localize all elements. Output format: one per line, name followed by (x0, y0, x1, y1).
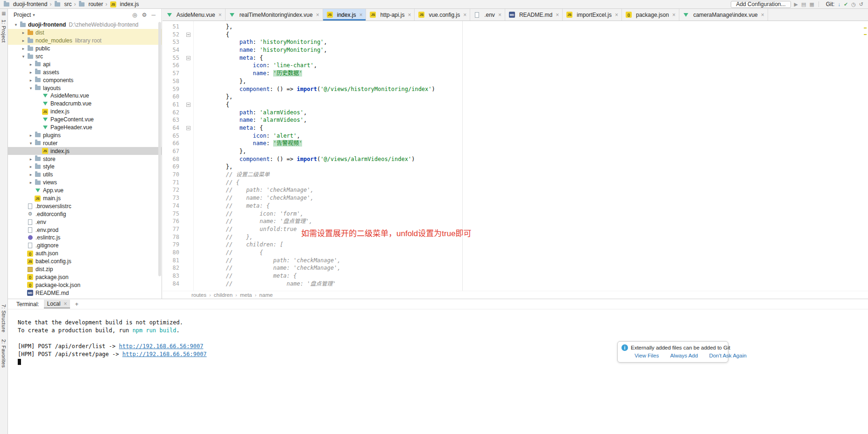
code-line[interactable]: 74 // meta: { (162, 202, 868, 210)
tree-item[interactable]: PageHeader.vue (8, 124, 162, 132)
tree-item[interactable]: .eslintrc.js (8, 234, 162, 242)
editor-tab[interactable]: .env× (470, 9, 505, 21)
tree-item[interactable]: ▸utils (8, 171, 162, 179)
chevron-right-icon[interactable]: ▸ (28, 180, 34, 185)
code-line[interactable]: 65 icon: 'alert', (162, 132, 868, 140)
tree-item[interactable]: .browserslistrc (8, 202, 162, 210)
tree-item[interactable]: dist.zip (8, 266, 162, 273)
tree-item[interactable]: ▾src (8, 53, 162, 61)
code-line[interactable]: 78 // }, (162, 233, 868, 241)
terminal-link[interactable]: http://192.168.66.56:9007 (122, 351, 207, 357)
tool-button-project[interactable]: 1: Project (1, 20, 7, 42)
code-line[interactable]: 61 { (162, 101, 868, 109)
close-icon[interactable]: × (615, 12, 618, 18)
project-view-selector[interactable]: Project (14, 12, 31, 18)
tree-item[interactable]: JSindex.js (8, 147, 162, 155)
code-line[interactable]: 82 // name: 'checkManage', (162, 264, 868, 272)
editor-tab[interactable]: MDREADME.md× (505, 9, 563, 21)
chevron-right-icon[interactable]: ▸ (28, 133, 34, 138)
chevron-right-icon[interactable]: ▸ (20, 38, 27, 43)
code-line[interactable]: 56 icon: 'line-chart', (162, 62, 868, 70)
tree-item[interactable]: .gitignore (8, 242, 162, 250)
close-icon[interactable]: × (219, 12, 222, 18)
chevron-right-icon[interactable]: ▸ (28, 164, 34, 169)
editor-tab[interactable]: {}package.json× (622, 9, 679, 21)
tree-item[interactable]: AsideMenu.vue (8, 92, 162, 100)
run-icon[interactable]: ▶ (794, 1, 798, 8)
breadcrumb-item[interactable]: src (54, 1, 71, 7)
update-project-icon[interactable]: ↓ (838, 1, 840, 8)
breadcrumb-item[interactable]: duoji-frontend (3, 1, 47, 7)
code-line[interactable]: 67 }, (162, 147, 868, 155)
code-line[interactable]: 64 meta: { (162, 124, 868, 132)
code-line[interactable]: 71 // { (162, 179, 868, 187)
chevron-right-icon[interactable]: ▸ (20, 30, 27, 35)
tree-item[interactable]: JSbabel.config.js (8, 258, 162, 266)
editor-tab[interactable]: cameraManage\index.vue× (679, 9, 768, 21)
tree-item[interactable]: PageContent.vue (8, 116, 162, 124)
tree-item[interactable]: MDREADME.md (8, 289, 162, 297)
tree-item[interactable]: {}package-lock.json (8, 281, 162, 289)
tree-item[interactable]: JSindex.js (8, 108, 162, 116)
code-line[interactable]: 60 }, (162, 93, 868, 101)
breadcrumb-item[interactable]: children (214, 292, 233, 298)
editor-tab[interactable]: JSvue.config.js× (415, 9, 470, 21)
tree-item[interactable]: .env.prod (8, 226, 162, 234)
close-icon[interactable]: × (498, 12, 501, 18)
breadcrumb-item[interactable]: routes (191, 292, 206, 298)
chevron-down-icon[interactable]: ▾ (28, 141, 34, 146)
code-line[interactable]: 76 // name: '盘点管理', (162, 217, 868, 225)
close-icon[interactable]: × (761, 12, 764, 18)
tool-window-switcher-icon[interactable]: ▦ (1, 11, 6, 16)
code-line[interactable]: 62 path: 'alarmVideos', (162, 109, 868, 117)
tree-item[interactable]: ▸style (8, 163, 162, 171)
fold-icon[interactable] (186, 56, 191, 60)
tree-item[interactable]: ▸node_moduleslibrary root (8, 37, 162, 45)
terminal-link[interactable]: http://192.168.66.56:9007 (119, 343, 204, 350)
show-history-icon[interactable]: ◷ (851, 1, 856, 8)
editor-tab[interactable]: JSimportExcel.js× (563, 9, 622, 21)
fold-icon[interactable] (186, 33, 191, 37)
code-line[interactable]: 53 path: 'historyMonitoring', (162, 38, 868, 46)
notification-action[interactable]: Always Add (670, 353, 698, 358)
code-editor[interactable]: 51 },52 {53 path: 'historyMonitoring',54… (162, 21, 868, 291)
close-icon[interactable]: × (672, 12, 676, 18)
tree-item[interactable]: ▾layouts (8, 84, 162, 92)
tree-item[interactable]: {}auth.json (8, 250, 162, 258)
tree-item[interactable]: ▸views (8, 179, 162, 187)
chevron-down-icon[interactable]: ▾ (13, 22, 19, 27)
editor-tab[interactable]: AsideMenu.vue× (162, 9, 226, 21)
add-terminal-icon[interactable]: + (75, 301, 78, 308)
code-line[interactable]: 73 // name: 'checkManage', (162, 194, 868, 202)
editor-tab[interactable]: JSindex.js× (323, 9, 367, 21)
code-line[interactable]: 66 name: '告警视频' (162, 140, 868, 147)
rollback-icon[interactable]: ↺ (859, 1, 863, 8)
breadcrumb-item[interactable]: name (259, 292, 273, 298)
tree-item[interactable]: ▸plugins (8, 131, 162, 139)
tree-item[interactable]: {}package.json (8, 273, 162, 281)
close-icon[interactable]: × (556, 12, 559, 18)
chevron-right-icon[interactable]: ▸ (20, 46, 27, 51)
close-icon[interactable]: × (408, 12, 411, 18)
breadcrumb-item[interactable]: JSindex.js (110, 1, 139, 7)
commit-icon[interactable]: ✔ (844, 1, 848, 8)
tree-item[interactable]: App.vue (8, 187, 162, 195)
fold-icon[interactable] (186, 126, 191, 130)
gear-icon[interactable]: ⚙ (141, 12, 148, 18)
chevron-down-icon[interactable]: ▾ (28, 86, 34, 91)
tree-item[interactable]: ▾duoji-frontendD:\zheheWeb\duoji-fronten… (8, 21, 162, 29)
tree-item[interactable]: JSmain.js (8, 195, 162, 203)
code-line[interactable]: 79 // children: [ (162, 241, 868, 249)
editor-tab[interactable]: JShttp-api.js× (366, 9, 415, 21)
close-icon[interactable]: × (359, 12, 362, 18)
tree-item[interactable]: Breadcrumb.vue (8, 100, 162, 108)
tree-item[interactable]: ▸components (8, 76, 162, 84)
breadcrumb-item[interactable]: meta (240, 292, 252, 298)
project-scrollbar[interactable] (158, 22, 161, 276)
tree-item[interactable]: ▸dist (8, 29, 162, 37)
code-line[interactable]: 70 // 设置二级菜单 (162, 171, 868, 179)
close-icon[interactable]: × (463, 12, 466, 18)
close-icon[interactable]: × (64, 301, 67, 307)
tree-item[interactable]: .env (8, 218, 162, 226)
code-line[interactable]: 54 name: 'historyMonitoring', (162, 46, 868, 54)
